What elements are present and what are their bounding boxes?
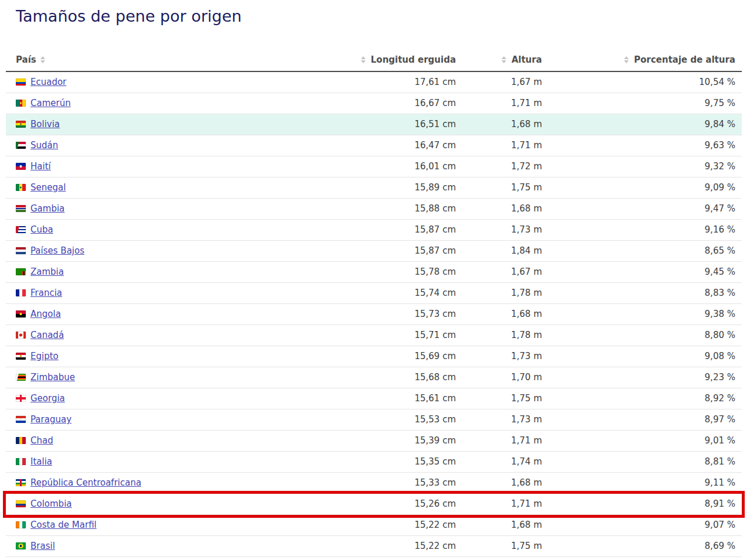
column-header-altura[interactable]: Altura xyxy=(456,51,542,71)
sort-icon[interactable] xyxy=(624,56,629,64)
height-cell: 1,71 m xyxy=(456,431,542,452)
column-header-longitud-erguida[interactable]: Longitud erguida xyxy=(349,51,456,71)
country-link[interactable]: Países Bajos xyxy=(30,245,84,256)
table-row: Camerún 16,67 cm 1,71 m 9,75 % xyxy=(6,93,742,114)
flag-italia-icon xyxy=(16,458,26,465)
percent-cell: 9,01 % xyxy=(542,431,742,452)
flag-camerun-icon xyxy=(16,100,26,107)
country-link[interactable]: Ecuador xyxy=(30,77,66,87)
country-link[interactable]: República Centroafricana xyxy=(30,477,141,488)
page: Tamaños de pene por origen País Longitud… xyxy=(0,0,750,560)
table-row: Francia 15,74 cm 1,78 m 8,83 % xyxy=(6,283,742,304)
percent-cell: 9,75 % xyxy=(542,93,742,114)
table-row: Senegal 15,89 cm 1,75 m 9,09 % xyxy=(6,177,742,199)
height-cell: 1,75 m xyxy=(456,388,542,409)
height-cell: 1,68 m xyxy=(456,515,542,536)
country-link[interactable]: Brasil xyxy=(30,541,55,551)
country-link[interactable]: Bolivia xyxy=(30,119,60,129)
length-cell: 15,53 cm xyxy=(349,409,456,431)
percent-cell: 8,83 % xyxy=(542,283,742,304)
country-cell: Colombia xyxy=(6,494,349,515)
table-row: Haití 16,01 cm 1,72 m 9,32 % xyxy=(6,156,742,177)
country-link[interactable]: Colombia xyxy=(30,498,72,509)
height-cell: 1,67 m xyxy=(456,262,542,283)
country-link[interactable]: Gambia xyxy=(30,203,64,214)
height-cell: 1,70 m xyxy=(456,367,542,388)
height-cell: 1,84 m xyxy=(456,241,542,262)
country-cell: Senegal xyxy=(6,177,349,199)
table-header-row: País Longitud erguida Altura Porcentaje … xyxy=(6,51,742,71)
length-cell: 15,71 cm xyxy=(349,325,456,346)
column-header-pais[interactable]: País xyxy=(6,51,349,71)
country-link[interactable]: Paraguay xyxy=(30,414,71,425)
table-row: Italia 15,35 cm 1,74 m 8,81 % xyxy=(6,452,742,473)
length-cell: 16,51 cm xyxy=(349,114,456,135)
country-cell: Camerún xyxy=(6,93,349,114)
country-link[interactable]: Chad xyxy=(30,435,53,446)
flag-cuba-icon xyxy=(16,226,26,233)
country-cell: Brasil xyxy=(6,536,349,557)
height-cell: 1,72 m xyxy=(456,156,542,177)
length-cell: 15,39 cm xyxy=(349,431,456,452)
column-label: País xyxy=(16,54,36,65)
sort-icon[interactable] xyxy=(502,56,507,64)
sort-icon[interactable] xyxy=(40,56,46,64)
country-link[interactable]: Georgia xyxy=(30,393,65,404)
height-cell: 1,68 m xyxy=(456,473,542,494)
length-cell: 16,67 cm xyxy=(349,93,456,114)
percent-cell: 9,09 % xyxy=(542,177,742,199)
country-link[interactable]: Senegal xyxy=(30,182,66,193)
height-cell: 1,75 m xyxy=(456,177,542,199)
length-cell: 16,01 cm xyxy=(349,156,456,177)
country-cell: Georgia xyxy=(6,388,349,409)
country-link[interactable]: Costa de Marfil xyxy=(30,520,97,530)
flag-paraguay-icon xyxy=(16,416,26,423)
country-link[interactable]: Sudán xyxy=(30,140,58,151)
table-row: Gambia 15,88 cm 1,68 m 9,47 % xyxy=(6,199,742,220)
country-link[interactable]: Cuba xyxy=(30,224,53,235)
country-link[interactable]: Zambia xyxy=(30,267,64,277)
country-link[interactable]: Canadá xyxy=(30,330,64,340)
percent-cell: 8,92 % xyxy=(542,388,742,409)
table-row: Egipto 15,69 cm 1,73 m 9,08 % xyxy=(6,346,742,367)
percent-cell: 9,07 % xyxy=(542,515,742,536)
column-header-porcentaje-de-altura[interactable]: Porcentaje de altura xyxy=(542,51,742,71)
flag-francia-icon xyxy=(16,289,26,296)
sort-icon[interactable] xyxy=(361,56,366,64)
percent-cell: 8,65 % xyxy=(542,241,742,262)
column-label: Longitud erguida xyxy=(371,54,456,65)
length-cell: 15,87 cm xyxy=(349,220,456,241)
table-row: Costa de Marfil 15,22 cm 1,68 m 9,07 % xyxy=(6,515,742,536)
country-link[interactable]: Francia xyxy=(30,288,62,298)
percent-cell: 8,91 % xyxy=(542,494,742,515)
length-cell: 15,35 cm xyxy=(349,452,456,473)
country-link[interactable]: Angola xyxy=(30,309,61,319)
length-cell: 15,87 cm xyxy=(349,241,456,262)
length-cell: 15,33 cm xyxy=(349,473,456,494)
length-cell: 15,61 cm xyxy=(349,388,456,409)
length-cell: 15,88 cm xyxy=(349,199,456,220)
country-link[interactable]: Zimbabue xyxy=(30,372,75,383)
table-row: Bolivia 16,51 cm 1,68 m 9,84 % xyxy=(6,114,742,135)
flag-egipto-icon xyxy=(16,353,26,360)
country-cell: Zimbabue xyxy=(6,367,349,388)
percent-cell: 8,81 % xyxy=(542,452,742,473)
country-link[interactable]: Camerún xyxy=(30,98,71,108)
flag-gambia-icon xyxy=(16,205,26,212)
flag-brasil-icon xyxy=(16,542,26,549)
height-cell: 1,80 m xyxy=(456,557,542,560)
country-cell: Sudán xyxy=(6,135,349,156)
country-link[interactable]: Italia xyxy=(30,456,52,467)
country-link[interactable]: Egipto xyxy=(30,351,59,361)
height-cell: 1,78 m xyxy=(456,283,542,304)
country-cell: Bolivia xyxy=(6,114,349,135)
table-row: Colombia 15,26 cm 1,71 m 8,91 % xyxy=(6,494,742,515)
country-cell: Chad xyxy=(6,431,349,452)
length-cell: 16,47 cm xyxy=(349,135,456,156)
height-cell: 1,73 m xyxy=(456,346,542,367)
country-link[interactable]: Haití xyxy=(30,161,51,172)
percent-cell: 9,47 % xyxy=(542,199,742,220)
flag-bolivia-icon xyxy=(16,121,26,128)
percent-cell: 10,54 % xyxy=(542,71,742,93)
flag-costa-de-marfil-icon xyxy=(16,521,26,528)
